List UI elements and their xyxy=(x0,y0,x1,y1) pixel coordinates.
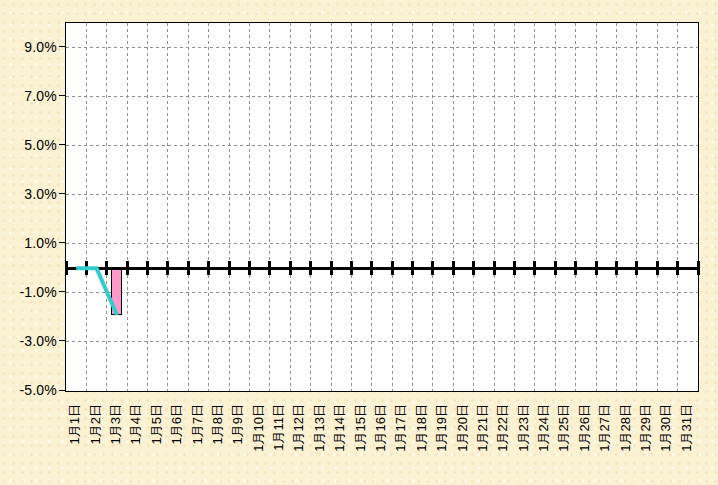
x-axis-label: 1月22日 xyxy=(496,404,510,468)
x-axis-label: 1月5日 xyxy=(150,404,164,468)
y-axis-label: 9.0% xyxy=(0,38,57,56)
x-axis-label: 1月18日 xyxy=(415,404,429,468)
x-axis-label-text: 1月5日 xyxy=(150,404,164,444)
x-axis-label: 1月13日 xyxy=(313,404,327,468)
y-axis-label: -5.0% xyxy=(0,381,57,399)
x-axis-label-text: 1月13日 xyxy=(313,404,327,452)
x-axis-label: 1月12日 xyxy=(292,404,306,468)
x-axis-label: 1月29日 xyxy=(639,404,653,468)
y-axis-tick xyxy=(59,95,65,96)
x-axis-label-text: 1月14日 xyxy=(333,404,347,452)
x-axis-label: 1月30日 xyxy=(659,404,673,468)
y-axis-label: 3.0% xyxy=(0,185,57,203)
x-axis-label: 1月1日 xyxy=(68,404,82,468)
x-axis-label: 1月16日 xyxy=(374,404,388,468)
x-axis-label-text: 1月12日 xyxy=(292,404,306,452)
x-axis-label: 1月26日 xyxy=(578,404,592,468)
x-axis-label-text: 1月19日 xyxy=(435,404,449,452)
y-axis-tick xyxy=(59,291,65,292)
x-axis-label: 1月27日 xyxy=(598,404,612,468)
y-axis-tick xyxy=(59,193,65,194)
y-axis-tick xyxy=(59,390,65,391)
x-axis-label-text: 1月7日 xyxy=(191,404,205,444)
y-axis-tick xyxy=(59,340,65,341)
y-axis-label: 5.0% xyxy=(0,136,57,154)
y-axis-tick xyxy=(59,144,65,145)
x-axis-label: 1月19日 xyxy=(435,404,449,468)
x-axis-label: 1月4日 xyxy=(129,404,143,468)
x-axis-label-text: 1月22日 xyxy=(496,404,510,452)
y-axis-tick xyxy=(59,242,65,243)
x-axis-label: 1月28日 xyxy=(619,404,633,468)
x-axis-label-text: 1月25日 xyxy=(557,404,571,452)
x-axis-label: 1月24日 xyxy=(537,404,551,468)
x-axis-label: 1月23日 xyxy=(517,404,531,468)
x-axis-label: 1月25日 xyxy=(557,404,571,468)
x-axis-label: 1月2日 xyxy=(89,404,103,468)
y-axis-label: 1.0% xyxy=(0,234,57,252)
x-axis-label: 1月10日 xyxy=(252,404,266,468)
x-axis-label: 1月7日 xyxy=(191,404,205,468)
x-axis-label: 1月6日 xyxy=(170,404,184,468)
x-axis-label-text: 1月3日 xyxy=(109,404,123,444)
x-axis-label-text: 1月20日 xyxy=(456,404,470,452)
x-axis-label-text: 1月1日 xyxy=(68,404,82,444)
x-axis-label-text: 1月16日 xyxy=(374,404,388,452)
chart-canvas: 9.0%7.0%5.0%3.0%1.0%-1.0%-3.0%-5.0% 1月1日… xyxy=(0,0,718,485)
x-axis-label: 1月17日 xyxy=(394,404,408,468)
y-axis-label: -3.0% xyxy=(0,332,57,350)
x-axis-label: 1月8日 xyxy=(211,404,225,468)
x-axis-label-text: 1月18日 xyxy=(415,404,429,452)
x-axis-label: 1月3日 xyxy=(109,404,123,468)
x-axis-label-text: 1月23日 xyxy=(517,404,531,452)
x-axis-label: 1月14日 xyxy=(333,404,347,468)
x-axis-label-text: 1月15日 xyxy=(354,404,368,452)
x-axis-label-text: 1月30日 xyxy=(659,404,673,452)
x-axis-label-text: 1月2日 xyxy=(89,404,103,444)
y-axis-label: 7.0% xyxy=(0,87,57,105)
x-axis-label-text: 1月10日 xyxy=(252,404,266,452)
y-axis-label: -1.0% xyxy=(0,283,57,301)
x-axis-label-text: 1月24日 xyxy=(537,404,551,452)
x-axis-label-text: 1月31日 xyxy=(680,404,694,452)
x-axis-label-text: 1月21日 xyxy=(476,404,490,452)
x-axis-label-text: 1月27日 xyxy=(598,404,612,452)
x-axis-label: 1月31日 xyxy=(680,404,694,468)
x-axis-label-text: 1月26日 xyxy=(578,404,592,452)
x-axis-label-text: 1月17日 xyxy=(394,404,408,452)
x-axis-label-text: 1月8日 xyxy=(211,404,225,444)
x-axis-label: 1月21日 xyxy=(476,404,490,468)
x-axis-label-text: 1月29日 xyxy=(639,404,653,452)
x-axis-label-text: 1月28日 xyxy=(619,404,633,452)
x-axis-label: 1月15日 xyxy=(354,404,368,468)
x-axis-label: 1月9日 xyxy=(231,404,245,468)
x-axis-label: 1月11日 xyxy=(272,404,286,468)
y-axis-tick xyxy=(59,46,65,47)
x-axis-label: 1月20日 xyxy=(456,404,470,468)
x-axis-label-text: 1月4日 xyxy=(129,404,143,444)
x-axis-label-text: 1月11日 xyxy=(272,404,286,451)
x-axis-label-text: 1月9日 xyxy=(231,404,245,444)
x-axis-label-text: 1月6日 xyxy=(170,404,184,444)
plot-area xyxy=(65,22,699,392)
